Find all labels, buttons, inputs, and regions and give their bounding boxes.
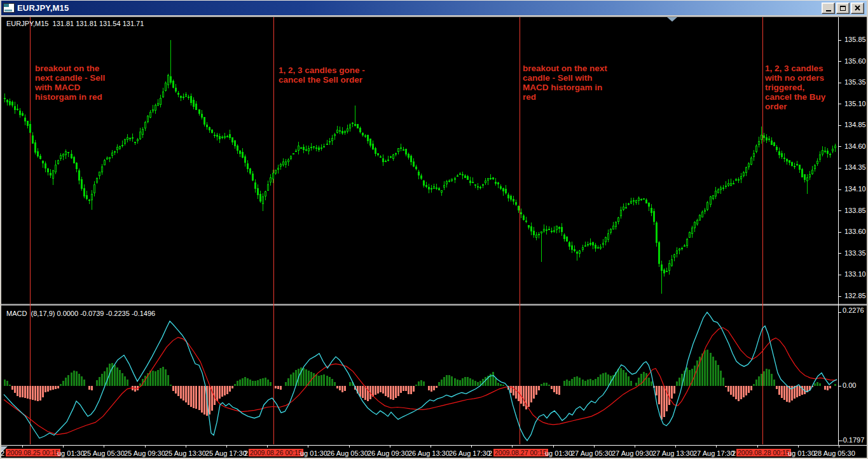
metatrader-chart-window: EURJPY,M15 EURJPY,M15 131.81 131.81 131.…: [0, 0, 868, 459]
chart-canvas[interactable]: [0, 0, 868, 459]
window-frame-left: [0, 15, 1, 459]
minimize-icon: [826, 10, 831, 11]
maximize-icon: [840, 6, 846, 11]
window-frame: [0, 15, 868, 17]
title-bar: EURJPY,M15: [0, 0, 868, 15]
maximize-button[interactable]: [836, 3, 850, 14]
minimize-button[interactable]: [822, 3, 835, 14]
chart-window-icon: [3, 3, 15, 13]
close-button[interactable]: [851, 3, 864, 14]
window-title: EURJPY,M15: [17, 3, 69, 13]
window-controls: [822, 3, 867, 14]
close-icon: [855, 5, 860, 11]
